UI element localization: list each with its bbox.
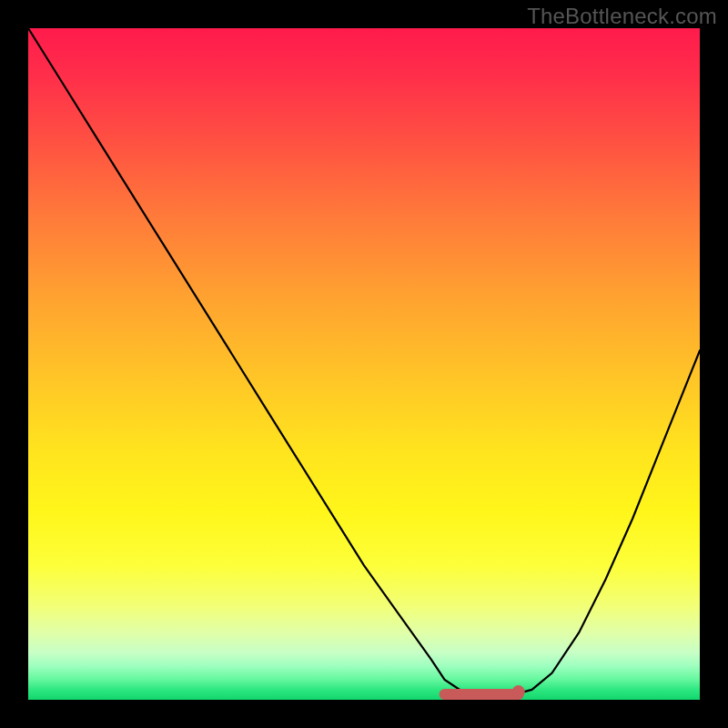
chart-overlay xyxy=(28,28,700,700)
bottleneck-curve xyxy=(28,28,700,696)
optimal-point-marker xyxy=(512,685,525,698)
plot-area xyxy=(28,28,700,700)
chart-frame: TheBottleneck.com xyxy=(0,0,728,728)
watermark-text: TheBottleneck.com xyxy=(527,4,717,29)
